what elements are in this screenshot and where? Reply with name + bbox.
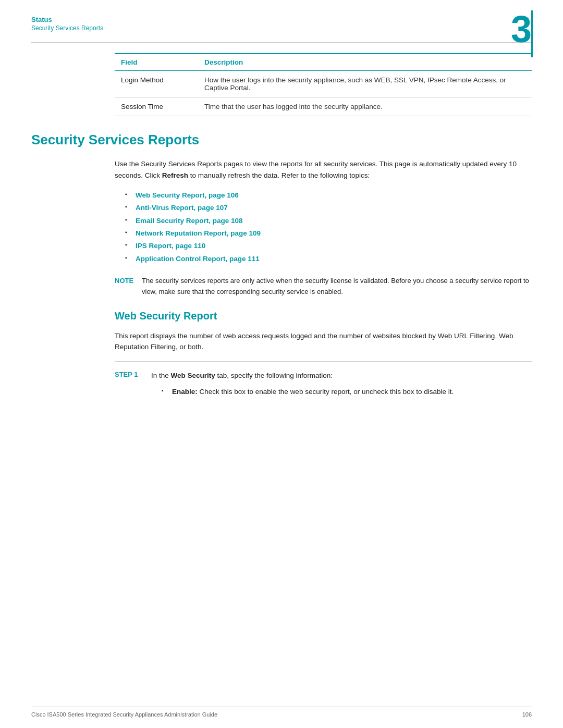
step1-container: STEP 1 In the Web Security tab, specify … — [115, 370, 532, 402]
col-description: Description — [198, 54, 532, 71]
step1-label: STEP 1 — [115, 370, 146, 378]
page-header: Status Security Services Reports 3 — [0, 0, 563, 37]
subsection-intro: This report displays the number of web a… — [115, 330, 532, 353]
footer-page: 106 — [522, 711, 532, 718]
section-title: Security Services Reports — [31, 132, 532, 148]
note-label: NOTE — [115, 276, 136, 287]
table-row: Login Method How the user logs into the … — [115, 71, 532, 97]
list-item: Anti-Virus Report, page 107 — [125, 202, 532, 214]
section-intro: Use the Security Services Reports pages … — [115, 158, 532, 181]
breadcrumb: Security Services Reports — [31, 24, 532, 32]
table-row: Session Time Time that the user has logg… — [115, 97, 532, 116]
link-email-security[interactable]: Email Security Report, page 108 — [136, 217, 243, 225]
table-section: Field Description Login Method How the u… — [115, 53, 532, 116]
refresh-bold: Refresh — [162, 171, 188, 179]
intro-end: to manually refresh the data. Refer to t… — [188, 171, 370, 179]
step1-intro: In the Web Security tab, specify the fol… — [151, 372, 333, 379]
footer-text: Cisco ISA500 Series Integrated Security … — [31, 711, 217, 718]
chapter-number: 3 — [511, 10, 532, 48]
note-text: The security services reports are only a… — [142, 276, 532, 298]
enable-bold: Enable: — [172, 388, 198, 396]
desc-login-method: How the user logs into the security appl… — [198, 71, 532, 97]
step1-bullets: Enable: Check this box to enable the web… — [162, 386, 532, 398]
web-security-bold: Web Security — [171, 372, 215, 379]
links-list: Web Security Report, page 106 Anti-Virus… — [125, 189, 532, 265]
subsection-rule — [115, 361, 532, 362]
status-label: Status — [31, 16, 532, 23]
note-box: NOTE The security services reports are o… — [115, 276, 532, 298]
link-web-security[interactable]: Web Security Report, page 106 — [136, 191, 239, 199]
desc-session-time: Time that the user has logged into the s… — [198, 97, 532, 116]
header-rule — [31, 42, 532, 43]
field-login-method: Login Method — [115, 71, 198, 97]
list-item: Enable: Check this box to enable the web… — [162, 386, 532, 398]
list-item: Email Security Report, page 108 — [125, 215, 532, 227]
step1-text: In the Web Security tab, specify the fol… — [151, 370, 532, 402]
content-area: Use the Security Services Reports pages … — [115, 158, 532, 402]
list-item: Network Reputation Report, page 109 — [125, 227, 532, 240]
list-item: IPS Report, page 110 — [125, 240, 532, 252]
list-item: Web Security Report, page 106 — [125, 189, 532, 202]
fields-table: Field Description Login Method How the u… — [115, 53, 532, 116]
list-item: Application Control Report, page 111 — [125, 253, 532, 265]
page-container: Status Security Services Reports 3 Field… — [0, 0, 563, 728]
subsection-title: Web Security Report — [115, 310, 532, 322]
link-app-control[interactable]: Application Control Report, page 111 — [136, 255, 260, 263]
link-ips-report[interactable]: IPS Report, page 110 — [136, 242, 205, 250]
field-session-time: Session Time — [115, 97, 198, 116]
link-antivirus[interactable]: Anti-Virus Report, page 107 — [136, 204, 228, 212]
col-field: Field — [115, 54, 198, 71]
link-network-reputation[interactable]: Network Reputation Report, page 109 — [136, 229, 261, 237]
page-footer: Cisco ISA500 Series Integrated Security … — [31, 707, 532, 718]
